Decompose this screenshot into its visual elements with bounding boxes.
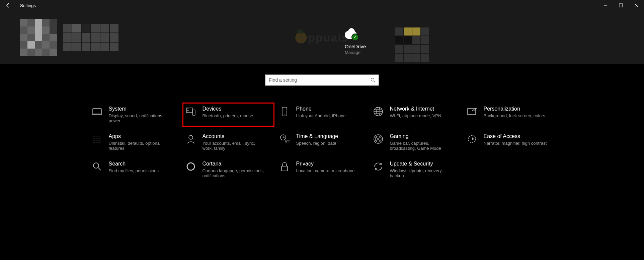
setting-title: Personalization	[484, 106, 553, 112]
setting-text: GamingGame bar, captures, broadcasting, …	[390, 133, 459, 151]
onedrive-tile[interactable]: OneDrive Manage	[345, 31, 366, 55]
apps-icon	[91, 133, 103, 145]
setting-subtitle: Wi-Fi, airplane mode, VPN	[390, 113, 454, 118]
setting-item-gaming[interactable]: GamingGame bar, captures, broadcasting, …	[370, 130, 462, 154]
setting-subtitle: Cortana language, permissions, notificat…	[203, 168, 266, 178]
setting-text: PrivacyLocation, camera, microphone	[296, 161, 366, 173]
setting-text: DevicesBluetooth, printers, mouse	[203, 106, 272, 118]
setting-item-phone[interactable]: PhoneLink your Android, iPhone	[276, 103, 368, 127]
setting-item-network[interactable]: Network & InternetWi-Fi, airplane mode, …	[370, 103, 462, 127]
watermark: ppuals	[295, 31, 349, 44]
system-icon	[91, 106, 103, 117]
header-band: ppuals OneDrive Manage	[0, 11, 644, 64]
setting-title: Accounts	[203, 133, 272, 139]
ease-icon	[466, 133, 478, 145]
setting-title: Gaming	[390, 133, 459, 139]
user-block[interactable]	[20, 19, 118, 56]
setting-item-time[interactable]: Time & LanguageSpeech, region, date	[276, 130, 368, 154]
setting-text: Network & InternetWi-Fi, airplane mode, …	[390, 106, 459, 118]
setting-title: Privacy	[296, 161, 366, 167]
setting-subtitle: Windows Update, recovery, backup	[390, 168, 454, 178]
setting-title: System	[109, 106, 178, 112]
setting-subtitle: Narrator, magnifier, high contrast	[484, 141, 547, 146]
setting-subtitle: Location, camera, microphone	[296, 168, 360, 173]
setting-subtitle: Speech, region, date	[296, 141, 360, 146]
setting-title: Phone	[296, 106, 366, 112]
window-title: Settings	[20, 3, 36, 8]
watermark-text: ppuals	[308, 31, 349, 44]
update-icon	[373, 161, 384, 172]
setting-text: Time & LanguageSpeech, region, date	[296, 133, 366, 146]
avatar	[20, 19, 57, 56]
gaming-icon	[373, 133, 384, 145]
time-icon	[279, 133, 290, 145]
setting-text: SearchFind my files, permissions	[109, 161, 178, 173]
setting-text: AccountsYour accounts, email, sync, work…	[203, 133, 272, 151]
search-icon	[91, 161, 103, 172]
onedrive-title: OneDrive	[345, 44, 366, 49]
privacy-icon	[279, 161, 290, 172]
setting-title: Search	[109, 161, 178, 167]
onedrive-subtitle: Manage	[345, 50, 366, 55]
search-input[interactable]	[269, 77, 371, 83]
phone-icon	[279, 106, 290, 117]
window-controls	[598, 0, 644, 11]
setting-item-update[interactable]: Update & SecurityWindows Update, recover…	[370, 157, 462, 182]
setting-text: AppsUninstall, defaults, optional featur…	[109, 133, 178, 151]
setting-title: Cortana	[203, 161, 272, 167]
setting-title: Time & Language	[296, 133, 366, 139]
setting-item-cortana[interactable]: CortanaCortana language, permissions, no…	[182, 157, 274, 182]
setting-item-search[interactable]: SearchFind my files, permissions	[89, 157, 181, 182]
setting-text: SystemDisplay, sound, notifications, pow…	[109, 106, 178, 123]
setting-item-system[interactable]: SystemDisplay, sound, notifications, pow…	[89, 103, 181, 127]
setting-title: Devices	[203, 106, 272, 112]
svg-rect-1	[619, 4, 623, 7]
setting-text: Ease of AccessNarrator, magnifier, high …	[484, 133, 553, 146]
setting-subtitle: Game bar, captures, broadcasting, Game M…	[390, 141, 454, 151]
setting-item-personalization[interactable]: PersonalizationBackground, lock screen, …	[464, 103, 556, 127]
user-name-redacted	[63, 24, 118, 51]
close-button[interactable]	[629, 0, 644, 11]
back-button[interactable]	[3, 0, 13, 11]
search-row	[0, 74, 644, 86]
setting-text: Update & SecurityWindows Update, recover…	[390, 161, 459, 178]
setting-title: Update & Security	[390, 161, 459, 167]
header-tile-redacted	[395, 27, 429, 62]
onedrive-icon	[345, 31, 357, 39]
setting-subtitle: Your accounts, email, sync, work, family	[203, 141, 266, 151]
setting-text: PhoneLink your Android, iPhone	[296, 106, 366, 118]
setting-subtitle: Find my files, permissions	[109, 168, 172, 173]
network-icon	[373, 106, 384, 117]
settings-grid: SystemDisplay, sound, notifications, pow…	[89, 103, 556, 182]
accounts-icon	[185, 133, 196, 145]
setting-subtitle: Bluetooth, printers, mouse	[203, 113, 266, 118]
setting-text: CortanaCortana language, permissions, no…	[203, 161, 272, 178]
cortana-icon	[185, 161, 196, 172]
setting-item-devices[interactable]: DevicesBluetooth, printers, mouse	[182, 103, 274, 127]
search-box[interactable]	[265, 74, 379, 86]
setting-item-apps[interactable]: AppsUninstall, defaults, optional featur…	[89, 130, 181, 154]
watermark-mascot-icon	[295, 32, 307, 43]
setting-subtitle: Background, lock screen, colors	[484, 113, 547, 118]
setting-title: Apps	[109, 133, 178, 139]
titlebar: Settings	[0, 0, 644, 11]
search-icon	[371, 78, 375, 82]
maximize-button[interactable]	[613, 0, 629, 11]
svg-point-2	[371, 78, 374, 81]
svg-line-3	[374, 81, 375, 82]
setting-title: Ease of Access	[484, 133, 553, 139]
setting-item-ease[interactable]: Ease of AccessNarrator, magnifier, high …	[464, 130, 556, 154]
setting-subtitle: Uninstall, defaults, optional features	[109, 141, 172, 151]
setting-title: Network & Internet	[390, 106, 459, 112]
setting-subtitle: Link your Android, iPhone	[296, 113, 360, 118]
setting-subtitle: Display, sound, notifications, power	[109, 113, 172, 123]
devices-icon	[185, 106, 196, 117]
setting-item-privacy[interactable]: PrivacyLocation, camera, microphone	[276, 157, 368, 182]
setting-text: PersonalizationBackground, lock screen, …	[484, 106, 553, 118]
personalization-icon	[466, 106, 478, 117]
setting-item-accounts[interactable]: AccountsYour accounts, email, sync, work…	[182, 130, 274, 154]
minimize-button[interactable]	[598, 0, 613, 11]
